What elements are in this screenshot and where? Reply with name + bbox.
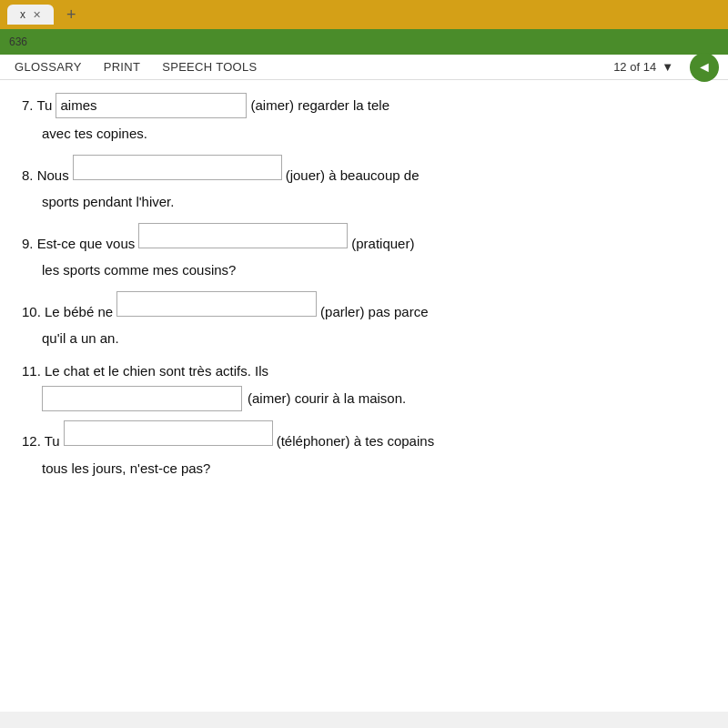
- speech-tools-button[interactable]: SPEECH TOOLS: [162, 60, 257, 74]
- page-number-text: 12 of 14: [613, 60, 656, 74]
- toolbar: GLOSSARY PRINT SPEECH TOOLS 12 of 14 ▼ ◄: [0, 55, 728, 80]
- exercise-10-number: 10. Le bébé ne: [22, 300, 113, 324]
- exercise-9-line: 9. Est-ce que vous (pratiquer): [22, 223, 706, 256]
- print-button[interactable]: PRINT: [104, 60, 141, 74]
- exercise-7-line: 7. Tu aimes (aimer) regarder la tele: [22, 93, 706, 118]
- exercise-8-number: 8. Nous: [22, 164, 69, 187]
- exercise-7-continuation: avec tes copines.: [42, 122, 706, 146]
- exercise-9-continuation: les sports comme mes cousins?: [42, 258, 706, 282]
- exercise-10-continuation: qu'il a un an.: [42, 327, 706, 350]
- exercise-11-input-line: (aimer) courir à la maison.: [42, 386, 706, 411]
- exercise-10-input[interactable]: [116, 291, 317, 317]
- back-arrow-icon: ◄: [697, 59, 712, 76]
- exercise-10-hint: (parler) pas parce: [320, 300, 428, 324]
- tab-label: x: [20, 8, 25, 21]
- exercise-11-number: 11. Le chat et le chien sont très actifs…: [22, 359, 268, 383]
- active-tab[interactable]: x ✕: [7, 5, 54, 25]
- browser-top: x ✕ +: [0, 0, 728, 29]
- exercise-11: 11. Le chat et le chien sont très actifs…: [22, 359, 706, 412]
- exercise-12-hint: (téléphoner) à tes copains: [277, 430, 434, 453]
- exercise-10: 10. Le bébé ne (parler) pas parce qu'il …: [22, 291, 706, 350]
- exercise-7-hint: (aimer) regarder la tele: [250, 94, 389, 117]
- glossary-button[interactable]: GLOSSARY: [15, 60, 82, 74]
- exercise-9-input[interactable]: [138, 223, 348, 248]
- exercise-8-continuation: sports pendant l'hiver.: [42, 190, 706, 214]
- address-bar: 636: [0, 29, 728, 55]
- url-display: 636: [9, 35, 27, 48]
- nav-back-button[interactable]: ◄: [690, 53, 719, 82]
- new-tab-button[interactable]: +: [59, 4, 84, 26]
- exercise-11-line: 11. Le chat et le chien sont très actifs…: [22, 359, 706, 383]
- exercise-12-continuation: tous les jours, n'est-ce pas?: [42, 457, 706, 480]
- exercise-12: 12. Tu (téléphoner) à tes copains tous l…: [22, 420, 706, 480]
- exercise-7-prefix: Tu: [37, 94, 53, 117]
- exercise-7-input[interactable]: aimes: [56, 93, 247, 118]
- exercise-8-line: 8. Nous (jouer) à beaucoup de: [22, 155, 706, 187]
- exercise-12-line: 12. Tu (téléphoner) à tes copains: [22, 420, 706, 453]
- exercise-12-number: 12. Tu: [22, 430, 60, 453]
- exercise-8-hint: (jouer) à beaucoup de: [286, 164, 420, 187]
- content-area: 7. Tu aimes (aimer) regarder la tele ave…: [0, 80, 728, 712]
- chevron-down-icon[interactable]: ▼: [662, 60, 673, 74]
- exercise-12-input[interactable]: [64, 420, 273, 446]
- exercise-9-number: 9. Est-ce que vous: [22, 232, 135, 256]
- exercise-11-hint: (aimer) courir à la maison.: [248, 387, 406, 410]
- exercise-8: 8. Nous (jouer) à beaucoup de sports pen…: [22, 155, 706, 214]
- exercise-11-input[interactable]: [42, 386, 242, 411]
- exercise-9: 9. Est-ce que vous (pratiquer) les sport…: [22, 223, 706, 282]
- exercise-10-line: 10. Le bébé ne (parler) pas parce: [22, 291, 706, 324]
- exercise-9-hint: (pratiquer): [351, 232, 414, 256]
- exercise-8-input[interactable]: [73, 155, 282, 180]
- exercise-7: 7. Tu aimes (aimer) regarder la tele ave…: [22, 93, 706, 146]
- page-indicator: 12 of 14 ▼: [613, 60, 673, 74]
- tab-close-icon[interactable]: ✕: [33, 9, 41, 21]
- exercise-7-number: 7.: [22, 94, 34, 117]
